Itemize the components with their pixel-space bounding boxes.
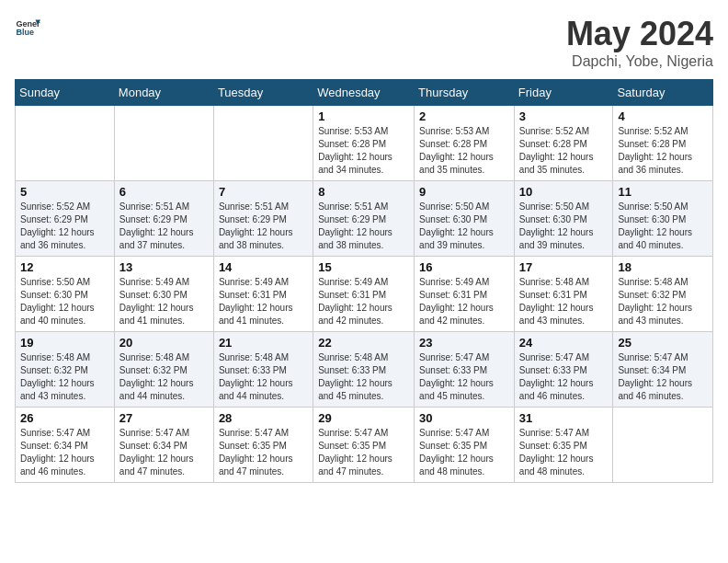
calendar-cell: [213, 106, 313, 181]
day-info: Sunrise: 5:49 AM Sunset: 6:31 PM Dayligh…: [219, 276, 308, 327]
day-number: 12: [20, 260, 109, 274]
weekday-header-row: SundayMondayTuesdayWednesdayThursdayFrid…: [16, 80, 713, 106]
calendar-cell: 2Sunrise: 5:53 AM Sunset: 6:28 PM Daylig…: [415, 106, 515, 181]
calendar-cell: 28Sunrise: 5:47 AM Sunset: 6:35 PM Dayli…: [213, 408, 313, 483]
calendar-cell: 22Sunrise: 5:48 AM Sunset: 6:33 PM Dayli…: [313, 332, 415, 408]
day-info: Sunrise: 5:48 AM Sunset: 6:32 PM Dayligh…: [20, 351, 109, 403]
day-number: 18: [618, 260, 708, 274]
svg-text:Blue: Blue: [16, 28, 34, 37]
day-number: 5: [20, 185, 109, 199]
day-number: 6: [119, 185, 209, 199]
calendar-cell: 21Sunrise: 5:48 AM Sunset: 6:33 PM Dayli…: [213, 332, 313, 408]
title-block: May 2024 Dapchi, Yobe, Nigeria: [566, 15, 713, 70]
day-info: Sunrise: 5:48 AM Sunset: 6:32 PM Dayligh…: [119, 351, 209, 403]
calendar-cell: 5Sunrise: 5:52 AM Sunset: 6:29 PM Daylig…: [16, 181, 115, 257]
calendar-week-row: 12Sunrise: 5:50 AM Sunset: 6:30 PM Dayli…: [16, 257, 713, 332]
day-info: Sunrise: 5:47 AM Sunset: 6:34 PM Dayligh…: [20, 427, 109, 478]
day-info: Sunrise: 5:47 AM Sunset: 6:35 PM Dayligh…: [519, 427, 609, 478]
day-info: Sunrise: 5:49 AM Sunset: 6:30 PM Dayligh…: [119, 276, 209, 327]
calendar-cell: 11Sunrise: 5:50 AM Sunset: 6:30 PM Dayli…: [613, 181, 713, 257]
weekday-header-monday: Monday: [114, 80, 213, 106]
weekday-header-saturday: Saturday: [613, 80, 713, 106]
logo: General Blue: [15, 15, 40, 40]
day-info: Sunrise: 5:51 AM Sunset: 6:29 PM Dayligh…: [318, 201, 409, 252]
day-info: Sunrise: 5:50 AM Sunset: 6:30 PM Dayligh…: [419, 201, 509, 252]
day-info: Sunrise: 5:50 AM Sunset: 6:30 PM Dayligh…: [519, 201, 609, 252]
page-header: General Blue May 2024 Dapchi, Yobe, Nige…: [15, 15, 713, 70]
day-number: 30: [419, 411, 509, 425]
day-info: Sunrise: 5:47 AM Sunset: 6:33 PM Dayligh…: [419, 351, 509, 403]
calendar-cell: 9Sunrise: 5:50 AM Sunset: 6:30 PM Daylig…: [415, 181, 515, 257]
calendar-cell: 18Sunrise: 5:48 AM Sunset: 6:32 PM Dayli…: [613, 257, 713, 332]
day-number: 4: [618, 109, 708, 123]
day-info: Sunrise: 5:47 AM Sunset: 6:35 PM Dayligh…: [419, 427, 509, 478]
day-number: 17: [519, 260, 609, 274]
calendar-cell: 17Sunrise: 5:48 AM Sunset: 6:31 PM Dayli…: [514, 257, 613, 332]
calendar-cell: 8Sunrise: 5:51 AM Sunset: 6:29 PM Daylig…: [313, 181, 415, 257]
weekday-header-friday: Friday: [514, 80, 613, 106]
day-number: 14: [219, 260, 308, 274]
day-info: Sunrise: 5:47 AM Sunset: 6:34 PM Dayligh…: [119, 427, 209, 478]
weekday-header-sunday: Sunday: [16, 80, 115, 106]
day-info: Sunrise: 5:51 AM Sunset: 6:29 PM Dayligh…: [219, 201, 308, 252]
day-info: Sunrise: 5:52 AM Sunset: 6:28 PM Dayligh…: [618, 125, 708, 177]
day-info: Sunrise: 5:47 AM Sunset: 6:35 PM Dayligh…: [219, 427, 308, 478]
calendar-cell: [16, 106, 115, 181]
calendar-week-row: 19Sunrise: 5:48 AM Sunset: 6:32 PM Dayli…: [16, 332, 713, 408]
calendar-cell: 24Sunrise: 5:47 AM Sunset: 6:33 PM Dayli…: [514, 332, 613, 408]
day-info: Sunrise: 5:52 AM Sunset: 6:29 PM Dayligh…: [20, 201, 109, 252]
day-info: Sunrise: 5:52 AM Sunset: 6:28 PM Dayligh…: [519, 125, 609, 177]
day-number: 15: [318, 260, 409, 274]
day-info: Sunrise: 5:49 AM Sunset: 6:31 PM Dayligh…: [318, 276, 409, 327]
day-number: 13: [119, 260, 209, 274]
day-number: 28: [219, 411, 308, 425]
calendar-cell: [613, 408, 713, 483]
calendar-cell: 26Sunrise: 5:47 AM Sunset: 6:34 PM Dayli…: [16, 408, 115, 483]
day-number: 31: [519, 411, 609, 425]
calendar-cell: 31Sunrise: 5:47 AM Sunset: 6:35 PM Dayli…: [514, 408, 613, 483]
day-info: Sunrise: 5:53 AM Sunset: 6:28 PM Dayligh…: [419, 125, 509, 177]
calendar-cell: 15Sunrise: 5:49 AM Sunset: 6:31 PM Dayli…: [313, 257, 415, 332]
day-number: 2: [419, 109, 509, 123]
day-number: 29: [318, 411, 409, 425]
day-info: Sunrise: 5:47 AM Sunset: 6:35 PM Dayligh…: [318, 427, 409, 478]
day-info: Sunrise: 5:53 AM Sunset: 6:28 PM Dayligh…: [318, 125, 409, 177]
day-info: Sunrise: 5:50 AM Sunset: 6:30 PM Dayligh…: [618, 201, 708, 252]
calendar-cell: 25Sunrise: 5:47 AM Sunset: 6:34 PM Dayli…: [613, 332, 713, 408]
calendar-cell: 14Sunrise: 5:49 AM Sunset: 6:31 PM Dayli…: [213, 257, 313, 332]
day-info: Sunrise: 5:47 AM Sunset: 6:33 PM Dayligh…: [519, 351, 609, 403]
calendar-location: Dapchi, Yobe, Nigeria: [566, 53, 713, 70]
day-info: Sunrise: 5:49 AM Sunset: 6:31 PM Dayligh…: [419, 276, 509, 327]
day-number: 11: [618, 185, 708, 199]
day-number: 23: [419, 336, 509, 350]
day-number: 16: [419, 260, 509, 274]
calendar-cell: [114, 106, 213, 181]
calendar-cell: 13Sunrise: 5:49 AM Sunset: 6:30 PM Dayli…: [114, 257, 213, 332]
day-number: 1: [318, 109, 409, 123]
day-info: Sunrise: 5:48 AM Sunset: 6:33 PM Dayligh…: [219, 351, 308, 403]
calendar-cell: 16Sunrise: 5:49 AM Sunset: 6:31 PM Dayli…: [415, 257, 515, 332]
day-number: 19: [20, 336, 109, 350]
logo-icon: General Blue: [15, 15, 40, 40]
calendar-cell: 27Sunrise: 5:47 AM Sunset: 6:34 PM Dayli…: [114, 408, 213, 483]
day-info: Sunrise: 5:48 AM Sunset: 6:32 PM Dayligh…: [618, 276, 708, 327]
calendar-cell: 19Sunrise: 5:48 AM Sunset: 6:32 PM Dayli…: [16, 332, 115, 408]
day-info: Sunrise: 5:47 AM Sunset: 6:34 PM Dayligh…: [618, 351, 708, 403]
calendar-cell: 30Sunrise: 5:47 AM Sunset: 6:35 PM Dayli…: [415, 408, 515, 483]
calendar-week-row: 26Sunrise: 5:47 AM Sunset: 6:34 PM Dayli…: [16, 408, 713, 483]
day-number: 20: [119, 336, 209, 350]
day-number: 25: [618, 336, 708, 350]
calendar-cell: 7Sunrise: 5:51 AM Sunset: 6:29 PM Daylig…: [213, 181, 313, 257]
calendar-table: SundayMondayTuesdayWednesdayThursdayFrid…: [15, 79, 713, 483]
day-info: Sunrise: 5:51 AM Sunset: 6:29 PM Dayligh…: [119, 201, 209, 252]
calendar-cell: 1Sunrise: 5:53 AM Sunset: 6:28 PM Daylig…: [313, 106, 415, 181]
calendar-cell: 10Sunrise: 5:50 AM Sunset: 6:30 PM Dayli…: [514, 181, 613, 257]
weekday-header-tuesday: Tuesday: [213, 80, 313, 106]
day-number: 26: [20, 411, 109, 425]
day-info: Sunrise: 5:50 AM Sunset: 6:30 PM Dayligh…: [20, 276, 109, 327]
calendar-title: May 2024: [566, 15, 713, 53]
day-number: 21: [219, 336, 308, 350]
weekday-header-thursday: Thursday: [415, 80, 515, 106]
day-number: 7: [219, 185, 308, 199]
calendar-cell: 12Sunrise: 5:50 AM Sunset: 6:30 PM Dayli…: [16, 257, 115, 332]
